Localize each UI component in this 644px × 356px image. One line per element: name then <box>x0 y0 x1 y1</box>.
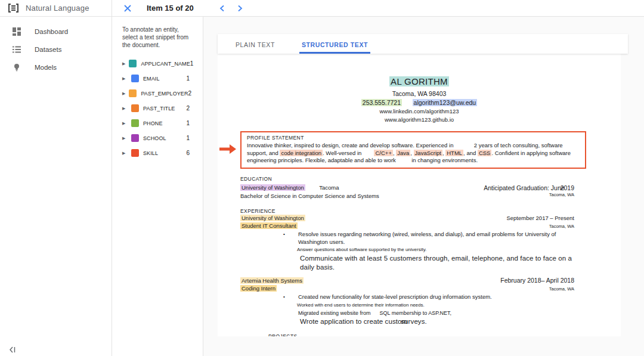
entity-color-swatch <box>131 119 139 127</box>
dashboard-icon <box>13 27 21 36</box>
entity-count: 1 <box>186 75 197 82</box>
top-bar: Natural Language Item 15 of 20 <box>0 0 644 17</box>
phone-entity[interactable]: 253.555.7721 <box>361 99 402 106</box>
sidebar-item-datasets[interactable]: Datasets <box>0 41 112 58</box>
bullet-text: Migrated existing website from SQL membe… <box>298 309 572 317</box>
next-item-icon[interactable] <box>236 5 243 12</box>
entity-color-swatch <box>129 60 137 67</box>
experience-section: EXPERIENCE University of Washington Sept… <box>240 208 574 326</box>
tab-structured-text[interactable]: STRUCTURED TEXT <box>299 41 370 54</box>
projects-section: PROJECTS Vintage Foundation – A consulti… <box>268 333 574 337</box>
entity-count: 1 <box>186 120 197 126</box>
app-title: Natural Language <box>26 4 89 13</box>
profile-statement-box: PROFILE STATEMENT Innovative thinker, in… <box>240 131 586 169</box>
degree-line: Bachelor of Science in Computer Science … <box>240 192 379 200</box>
entity-label: APPLICANT_NAME <box>141 61 190 67</box>
job-location: Tacoma, WA <box>549 224 574 230</box>
skill-entity[interactable]: CSS <box>478 150 492 156</box>
entity-count: 1 <box>186 135 197 141</box>
job-dates: February 2018– April 2018 <box>500 277 574 284</box>
skill-entity[interactable]: JavaScript <box>414 150 442 156</box>
linkedin-line: www.linkedin.com/algorithm123 <box>218 107 621 116</box>
school-entity[interactable]: University of Washington <box>240 184 305 191</box>
contact-line: 253.555.7721 algorithm123@uw.edu <box>218 98 621 107</box>
profile-paragraph: Innovative thinker, inspired to design, … <box>247 142 580 165</box>
entity-row-past-employer[interactable]: ▶ PAST_EMPLOYER 2 <box>122 86 197 101</box>
skill-entity[interactable]: HTML <box>445 150 463 156</box>
entity-color-swatch <box>131 104 139 112</box>
skill-entity[interactable]: C/C++ <box>374 150 392 156</box>
bullet-text: Worked with end users to determine their… <box>297 302 572 309</box>
sidebar-item-dashboard[interactable]: Dashboard <box>0 23 112 41</box>
natural-language-logo-icon <box>8 3 19 13</box>
entity-label: PAST_EMPLOYER <box>141 91 188 97</box>
expand-triangle-icon[interactable]: ▶ <box>122 151 128 156</box>
expand-triangle-icon[interactable]: ▶ <box>122 106 128 111</box>
entity-row-school[interactable]: ▶ SCHOOL 1 <box>122 131 197 146</box>
section-heading: EDUCATION <box>240 176 574 182</box>
past-title-entity[interactable]: Coding Intern <box>240 285 277 292</box>
text: , <box>410 150 413 156</box>
entity-count: 6 <box>186 150 197 156</box>
entity-color-swatch <box>131 134 139 142</box>
app-window: Natural Language Item 15 of 20 <box>0 0 644 356</box>
close-icon[interactable] <box>123 4 132 13</box>
annotation-arrow-icon <box>219 144 236 154</box>
entity-row-applicant-name[interactable]: ▶ APPLICANT_NAME 1 <box>122 56 197 71</box>
collapse-sidebar-icon[interactable] <box>9 346 17 353</box>
annotation-hint: To annotate an entity, select a text sni… <box>122 26 195 49</box>
skill-entity[interactable]: Java <box>396 150 410 156</box>
previous-item-icon[interactable] <box>219 5 226 12</box>
entity-label: SKILL <box>143 150 158 156</box>
entity-count: 2 <box>188 90 199 97</box>
text: . Well-versed in <box>323 150 374 156</box>
annotation-panel: To annotate an entity, select a text sni… <box>112 17 203 356</box>
left-nav: Dashboard Datasets Models <box>0 17 112 356</box>
text: surveys. <box>401 318 427 325</box>
section-heading: PROJECTS <box>268 333 574 337</box>
text: Wrote application to create custom <box>300 318 407 325</box>
expand-triangle-icon[interactable]: ▶ <box>122 61 125 66</box>
skill-entity[interactable]: code integration <box>280 150 323 156</box>
sidebar-item-models[interactable]: Models <box>0 58 112 76</box>
bullet-text: Created new functionality for state-leve… <box>298 293 492 301</box>
github-line: www.algorithm123.github.io <box>218 116 621 124</box>
bullet-icon: • <box>280 293 298 301</box>
item-toolbar: Item 15 of 20 <box>112 0 644 16</box>
applicant-name-entity[interactable]: AL GORITHM <box>389 76 449 86</box>
lightbulb-icon <box>13 63 21 72</box>
list-icon <box>13 45 21 54</box>
sidebar-item-label: Datasets <box>35 46 61 53</box>
tab-bar: PLAIN TEXT STRUCTURED TEXT <box>218 34 628 54</box>
entity-row-skill[interactable]: ▶ SKILL 6 <box>122 146 197 160</box>
graduation-line: Anticipated Graduation: June2019 <box>484 184 574 192</box>
expand-triangle-icon[interactable]: ▶ <box>122 76 128 81</box>
entity-label: EMAIL <box>143 76 160 82</box>
brand: Natural Language <box>0 0 112 16</box>
past-title-entity[interactable]: Student IT Consultant <box>240 222 298 229</box>
document-view: AL GORITHM Tacoma, WA 98403 253.555.7721… <box>218 54 621 336</box>
text: Anticipated Graduation: June <box>484 184 564 191</box>
sidebar-item-label: Models <box>35 64 57 71</box>
bullet-icon: • <box>280 231 298 246</box>
entity-color-swatch <box>131 75 139 82</box>
gap <box>402 99 413 106</box>
tab-plain-text[interactable]: PLAIN TEXT <box>233 41 277 54</box>
education-section: EDUCATION University of Washington Tacom… <box>240 176 574 200</box>
entity-count: 2 <box>186 105 197 112</box>
expand-triangle-icon[interactable]: ▶ <box>122 121 128 126</box>
entity-list: ▶ APPLICANT_NAME 1 ▶ EMAIL 1 ▶ PAST_EMPL… <box>122 56 197 160</box>
entity-row-past-title[interactable]: ▶ PAST_TITLE 2 <box>122 101 197 116</box>
sidebar-item-label: Dashboard <box>35 28 68 35</box>
expand-triangle-icon[interactable]: ▶ <box>122 136 128 141</box>
entity-row-phone[interactable]: ▶ PHONE 1 <box>122 116 197 131</box>
past-employer-entity[interactable]: University of Washington <box>240 215 305 221</box>
text: Tacoma <box>305 184 339 191</box>
entity-row-email[interactable]: ▶ EMAIL 1 <box>122 71 197 86</box>
entity-label: PHONE <box>143 120 163 126</box>
item-navigation <box>219 5 243 12</box>
past-employer-entity[interactable]: Artemia Health Systems <box>240 277 304 284</box>
profile-annotation-region: PROFILE STATEMENT Innovative thinker, in… <box>240 131 586 169</box>
expand-triangle-icon[interactable]: ▶ <box>122 91 125 96</box>
email-entity[interactable]: algorithm123@uw.edu <box>413 99 478 106</box>
